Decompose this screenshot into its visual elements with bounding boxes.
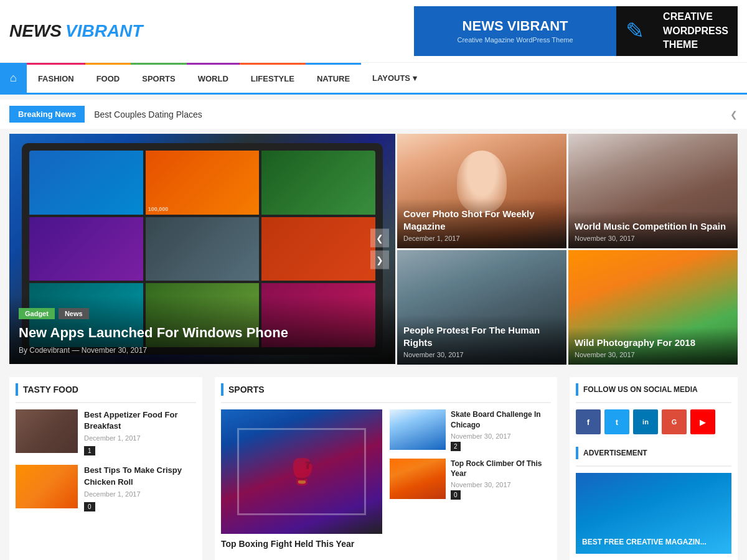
ad-banner[interactable]: NEWS VIBRANT Creative Magazine WordPress… [414, 6, 738, 56]
ad-section-header: ADVERTISEMENT [576, 447, 731, 467]
sports-section: SPORTS 🥊 Top Boxing Fight Held This Year [215, 377, 557, 560]
logo-news: NEWS [9, 21, 62, 41]
ad-banner-icon: ✎ [616, 6, 654, 56]
social-facebook[interactable]: f [576, 409, 601, 434]
hero-sub-tiger[interactable]: Wild Photography For 2018 November 30, 2… [568, 250, 738, 365]
ad-bar [576, 447, 578, 459]
food-thumb-1 [16, 409, 78, 453]
food-count-2: 0 [84, 502, 95, 511]
main-nav: ⌂ FASHION FOOD SPORTS WORLD LIFESTYLE NA… [0, 63, 747, 95]
hero-overlay: Gadget News New Apps Launched For Window… [9, 296, 395, 364]
tag-gadget: Gadget [19, 308, 55, 319]
ad-subtitle: Creative Magazine WordPress Theme [458, 36, 573, 44]
ski-thumb [390, 409, 446, 450]
header: NEWS VIBRANT NEWS VIBRANT Creative Magaz… [0, 0, 747, 63]
nav-item-lifestyle[interactable]: LIFESTYLE [240, 63, 306, 93]
breaking-badge: Breaking News [9, 106, 85, 123]
ad-image[interactable]: BEST FREE CREATIVE MAGAZIN... [576, 473, 731, 554]
food-date-2: December 1, 2017 [84, 490, 196, 498]
sports-side-count-2: 0 [451, 490, 461, 500]
nav-item-nature[interactable]: NATURE [306, 63, 361, 93]
tag-news: News [59, 308, 89, 319]
breaking-arrow[interactable]: ❮ [730, 110, 738, 119]
logo[interactable]: NEWS VIBRANT [9, 21, 143, 41]
sports-side-title-2: Top Rock Climber Of This Year [451, 459, 551, 480]
nav-item-sports[interactable]: SPORTS [131, 63, 186, 93]
hero-sub-title-1: People Protest For The Human Rights [403, 324, 560, 348]
sports-side-item-1[interactable]: Skate Board Challenge In Chicago Novembe… [390, 409, 551, 451]
slider-next[interactable]: ❯ [370, 251, 389, 269]
nav-item-layouts[interactable]: LAYOUTS ▾ [361, 63, 428, 93]
social-title: FOLLOW US ON SOCIAL MEDIA [583, 385, 698, 394]
nav-item-fashion[interactable]: FASHION [27, 63, 85, 93]
food-count-1: 1 [84, 446, 95, 455]
hero-sub-cover[interactable]: Cover Photo Shot For Weekly Magazine Dec… [397, 134, 566, 248]
social-googleplus[interactable]: G [662, 409, 687, 434]
sports-side-info-2: Top Rock Climber Of This Year November 3… [451, 459, 551, 500]
food-title-1: Best Appetizer Food For Breakfast [84, 409, 196, 432]
food-item-2[interactable]: Best Tips To Make Crispy Chicken Roll De… [16, 465, 196, 511]
hero-sub-date-1: November 30, 2017 [403, 351, 560, 358]
sports-main-title: Top Boxing Fight Held This Year [221, 539, 382, 549]
nav-item-food[interactable]: FOOD [85, 63, 131, 93]
food-item-1[interactable]: Best Appetizer Food For Breakfast Decemb… [16, 409, 196, 455]
hero-sub-overlay-3: Wild Photography For 2018 November 30, 2… [568, 327, 738, 365]
hero-sub-title-3: Wild Photography For 2018 [575, 337, 731, 349]
sports-side-title-1: Skate Board Challenge In Chicago [451, 409, 551, 431]
hero-main[interactable]: 100,000 Gadget News New Apps Launched Fo… [9, 134, 395, 364]
hero-title: New Apps Launched For Windows Phone [19, 324, 386, 342]
hero-tags: Gadget News [19, 308, 386, 319]
social-linkedin[interactable]: in [633, 409, 658, 434]
ad-title: NEWS VIBRANT [463, 19, 568, 34]
food-date-1: December 1, 2017 [84, 434, 196, 442]
sports-side-count-1: 2 [451, 442, 461, 451]
hero-sub-title-2: World Music Competition In Spain [575, 220, 731, 233]
food-title-2: Best Tips To Make Crispy Chicken Roll [84, 465, 196, 487]
hero-sub-date-2: November 30, 2017 [575, 235, 731, 242]
social-youtube[interactable]: ▶ [690, 409, 715, 434]
boxing-thumb: 🥊 [221, 409, 382, 534]
food-info-2: Best Tips To Make Crispy Chicken Roll De… [84, 465, 196, 511]
hero-sub-overlay-2: World Music Competition In Spain Novembe… [568, 211, 738, 249]
social-twitter[interactable]: t [604, 409, 629, 434]
section-title-sports: SPORTS [228, 385, 265, 394]
sections-row: TASTY FOOD Best Appetizer Food For Break… [0, 377, 747, 560]
nav-home[interactable]: ⌂ [0, 63, 27, 93]
climb-thumb [390, 459, 446, 499]
ad-banner-blue: NEWS VIBRANT Creative Magazine WordPress… [414, 6, 616, 56]
hero-sub-date-3: November 30, 2017 [575, 351, 731, 358]
hero-sub-title-0: Cover Photo Shot For Weekly Magazine [403, 208, 560, 232]
nav-item-world[interactable]: WORLD [187, 63, 240, 93]
hero-sub-music[interactable]: World Music Competition In Spain Novembe… [568, 134, 738, 248]
right-sidebar: FOLLOW US ON SOCIAL MEDIA f t in G ▶ ADV… [570, 377, 738, 560]
ad-image-text: BEST FREE CREATIVE MAGAZIN... [582, 538, 707, 548]
food-info-1: Best Appetizer Food For Breakfast Decemb… [84, 409, 196, 455]
social-header: FOLLOW US ON SOCIAL MEDIA [576, 383, 731, 403]
hero-sub-overlay-1: People Protest For The Human Rights Nove… [397, 315, 566, 365]
sports-side-date-2: November 30, 2017 [451, 481, 551, 488]
sports-boxing[interactable]: 🥊 Top Boxing Fight Held This Year [221, 409, 382, 549]
sports-content: 🥊 Top Boxing Fight Held This Year Skate … [221, 409, 551, 549]
slider-prev[interactable]: ❮ [370, 229, 389, 248]
ad-banner-right: CREATIVE WORDPRESS THEME [654, 6, 738, 56]
tasty-food-header: TASTY FOOD [16, 383, 196, 403]
hero-sub-protest[interactable]: People Protest For The Human Rights Nove… [397, 250, 566, 365]
hero-col-1: Cover Photo Shot For Weekly Magazine Dec… [397, 134, 566, 365]
hero-sub-date-0: December 1, 2017 [403, 235, 560, 242]
sports-side-info-1: Skate Board Challenge In Chicago Novembe… [451, 409, 551, 451]
ad-section-title: ADVERTISEMENT [583, 449, 647, 457]
sports-header: SPORTS [221, 383, 551, 403]
hero-section: 100,000 Gadget News New Apps Launched Fo… [0, 134, 747, 365]
breaking-news-bar: Breaking News Best Couples Dating Places… [0, 100, 747, 129]
slider-controls: ❮ ❯ [370, 229, 389, 269]
breaking-text: Best Couples Dating Places [94, 110, 730, 119]
sports-side: Skate Board Challenge In Chicago Novembe… [390, 409, 551, 549]
food-thumb-2 [16, 465, 78, 508]
social-icons: f t in G ▶ [576, 409, 731, 434]
social-bar [576, 383, 578, 396]
sports-side-item-2[interactable]: Top Rock Climber Of This Year November 3… [390, 459, 551, 500]
section-bar [16, 383, 18, 396]
tasty-food-section: TASTY FOOD Best Appetizer Food For Break… [9, 377, 202, 560]
sports-side-date-1: November 30, 2017 [451, 432, 551, 440]
logo-vibrant: VIBRANT [65, 21, 143, 41]
